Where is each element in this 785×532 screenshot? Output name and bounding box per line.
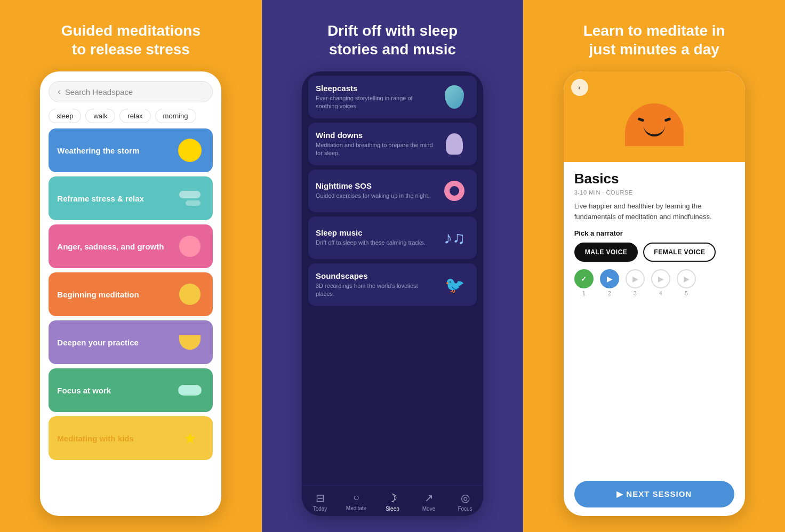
sleep-item-music[interactable]: Sleep music Drift off to sleep with thes… xyxy=(308,216,477,259)
sleep-item-sleepcasts[interactable]: Sleepcasts Ever-changing storytelling in… xyxy=(308,76,477,118)
card-weathering-title: Weathering the storm xyxy=(57,146,175,155)
tag-sleep[interactable]: sleep xyxy=(49,109,81,123)
panel3-title: Learn to meditate in just minutes a day xyxy=(583,21,725,59)
char-eye-left xyxy=(637,117,644,122)
nav-focus-label: Focus xyxy=(458,506,472,512)
card-focus[interactable]: Focus at work xyxy=(49,368,213,412)
bottom-nav: ⊟ Today ○ Meditate ☽ Sleep ↗ Move ◎ Focu… xyxy=(302,486,483,516)
nav-sleep[interactable]: ☽ Sleep xyxy=(374,491,411,512)
session-1[interactable]: ✓ 1 xyxy=(574,269,594,296)
char-eye-right xyxy=(664,117,671,122)
card-kids-title: Meditating with kids xyxy=(57,434,175,443)
card-weathering-icon xyxy=(175,136,204,165)
card-anger-title: Anger, sadness, and growth xyxy=(57,242,175,251)
session-4: ▶ 4 xyxy=(651,269,670,296)
search-bar[interactable]: ‹ Search Headspace xyxy=(49,81,213,102)
music-icon: ♪♫ xyxy=(439,223,469,253)
card-focus-icon xyxy=(175,376,204,405)
card-deepen[interactable]: Deepen your practice xyxy=(49,320,213,364)
dot-4: ▶ xyxy=(651,269,670,288)
card-kids-icon: ★ xyxy=(175,424,204,453)
dot-2: ▶ xyxy=(600,269,619,288)
sleepcasts-icon xyxy=(439,82,469,112)
headspace-character xyxy=(625,87,684,146)
nav-meditate[interactable]: ○ Meditate xyxy=(338,491,374,512)
nav-sleep-label: Sleep xyxy=(386,506,399,512)
phone-screen-1: ‹ Search Headspace sleep walk relax morn… xyxy=(40,71,221,516)
sleep-desc-sos: Guided exercises for waking up in the ni… xyxy=(316,192,435,200)
card-anger[interactable]: Anger, sadness, and growth xyxy=(49,224,213,268)
session-5: ▶ 5 xyxy=(677,269,696,296)
dot-5: ▶ xyxy=(677,269,696,288)
back-button[interactable]: ‹ xyxy=(571,79,588,96)
panel-guided-meditations: Guided meditations to release stress ‹ S… xyxy=(0,0,262,532)
back-icon[interactable]: ‹ xyxy=(58,87,60,96)
course-meta: 3-10 MIN · COURSE xyxy=(574,189,734,196)
panel2-title: Drift off with sleep stories and music xyxy=(327,21,458,59)
session-dots: ✓ 1 ▶ 2 ▶ 3 ▶ 4 ▶ 5 xyxy=(574,269,734,296)
card-deepen-title: Deepen your practice xyxy=(57,338,175,347)
nav-move[interactable]: ↗ Move xyxy=(411,491,447,512)
card-beginning[interactable]: Beginning meditation xyxy=(49,272,213,316)
sleep-desc-soundscapes: 3D recordings from the world's loveliest… xyxy=(316,282,435,299)
char-head xyxy=(625,103,684,146)
soundscapes-icon: 🐦 xyxy=(439,270,469,300)
session-2[interactable]: ▶ 2 xyxy=(600,269,619,296)
card-reframe-title: Reframe stress & relax xyxy=(57,194,175,203)
tag-walk[interactable]: walk xyxy=(85,109,115,123)
nav-move-label: Move xyxy=(422,506,435,512)
card-weathering[interactable]: Weathering the storm xyxy=(49,128,213,172)
card-beginning-icon xyxy=(175,280,204,309)
sleep-item-soundscapes[interactable]: Soundscapes 3D recordings from the world… xyxy=(308,263,477,306)
card-kids[interactable]: Meditating with kids ★ xyxy=(49,416,213,460)
card-reframe-icon xyxy=(175,184,204,213)
course-desc: Live happier and healthier by learning t… xyxy=(574,201,734,222)
winddowns-icon xyxy=(439,129,469,159)
meditation-list: Weathering the storm Reframe stress & re… xyxy=(40,128,221,516)
dot-3: ▶ xyxy=(626,269,645,288)
tag-relax[interactable]: relax xyxy=(119,109,150,123)
search-placeholder: Search Headspace xyxy=(65,87,133,96)
char-smile xyxy=(644,126,665,136)
sleep-title-winddowns: Wind downs xyxy=(316,131,435,140)
nav-today[interactable]: ⊟ Today xyxy=(302,491,338,512)
card-anger-icon xyxy=(175,232,204,261)
card-beginning-title: Beginning meditation xyxy=(57,290,175,299)
sleep-title-soundscapes: Soundscapes xyxy=(316,271,435,280)
next-session-button[interactable]: ▶ NEXT SESSION xyxy=(574,481,734,507)
tags-row: sleep walk relax morning xyxy=(40,109,221,128)
sleep-item-winddowns[interactable]: Wind downs Meditation and breathing to p… xyxy=(308,123,477,165)
female-voice-button[interactable]: FEMALE VOICE xyxy=(643,243,716,262)
narrator-buttons: MALE VOICE FEMALE VOICE xyxy=(574,243,734,262)
panel-sleep: Drift off with sleep stories and music S… xyxy=(262,0,524,532)
nav-focus[interactable]: ◎ Focus xyxy=(447,491,483,512)
nav-meditate-label: Meditate xyxy=(346,505,366,511)
sleep-desc-winddowns: Meditation and breathing to prepare the … xyxy=(316,141,435,158)
card-deepen-icon xyxy=(175,328,204,357)
sleep-desc-music: Drift off to sleep with these calming tr… xyxy=(316,239,435,247)
sleep-list: Sleepcasts Ever-changing storytelling in… xyxy=(302,71,483,486)
dot-1: ✓ xyxy=(574,269,594,288)
basics-header: ‹ xyxy=(564,71,745,162)
session-3: ▶ 3 xyxy=(626,269,645,296)
sleep-item-sos[interactable]: Nighttime SOS Guided exercises for wakin… xyxy=(308,170,477,212)
basics-content: Basics 3-10 MIN · COURSE Live happier an… xyxy=(564,162,745,516)
panel-basics: Learn to meditate in just minutes a day … xyxy=(523,0,785,532)
sos-icon xyxy=(439,176,469,206)
panel1-title: Guided meditations to release stress xyxy=(61,21,201,59)
sleep-title-music: Sleep music xyxy=(316,228,435,237)
card-focus-title: Focus at work xyxy=(57,386,175,395)
sleep-title-sleepcasts: Sleepcasts xyxy=(316,84,435,93)
sleep-title-sos: Nighttime SOS xyxy=(316,181,435,190)
nav-today-label: Today xyxy=(313,506,327,512)
narrator-label: Pick a narrator xyxy=(574,229,734,237)
tag-morning[interactable]: morning xyxy=(155,109,196,123)
card-reframe[interactable]: Reframe stress & relax xyxy=(49,176,213,220)
sleep-desc-sleepcasts: Ever-changing storytelling in range of s… xyxy=(316,94,435,111)
basics-phone-screen: ‹ Basics 3-10 MIN · COURSE Live happier … xyxy=(564,71,745,516)
sleep-phone-screen: Sleepcasts Ever-changing storytelling in… xyxy=(302,71,483,516)
course-name: Basics xyxy=(574,171,734,187)
male-voice-button[interactable]: MALE VOICE xyxy=(574,243,638,262)
